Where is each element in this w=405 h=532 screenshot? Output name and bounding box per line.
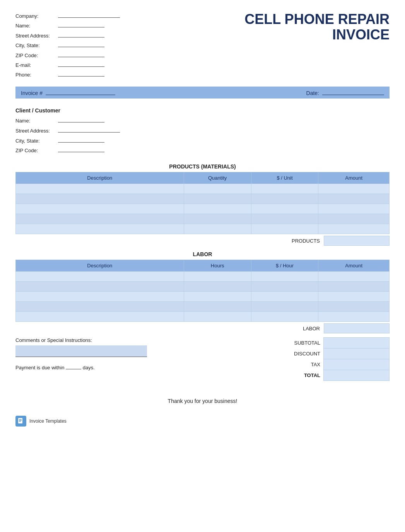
labor-rate-5[interactable] — [251, 312, 318, 322]
labor-hrs-5[interactable] — [184, 312, 251, 322]
labor-col-amount: Amount — [318, 260, 390, 272]
prod-amt-3[interactable] — [318, 204, 390, 214]
client-street-input[interactable] — [58, 126, 120, 133]
products-total-row: PRODUCTS — [15, 236, 390, 246]
table-row — [16, 214, 390, 224]
table-row — [16, 292, 390, 302]
client-section: Client / Customer Name: Street Address: … — [15, 105, 390, 156]
brand-icon — [15, 416, 26, 427]
footer: Invoice Templates — [15, 416, 390, 427]
prod-amt-1[interactable] — [318, 184, 390, 194]
client-city-input[interactable] — [58, 136, 104, 143]
prod-unit-5[interactable] — [251, 224, 318, 234]
table-row — [16, 194, 390, 204]
zip-input[interactable] — [58, 51, 104, 57]
svg-rect-3 — [19, 421, 21, 422]
prod-desc-5[interactable] — [16, 224, 184, 234]
date-input[interactable] — [322, 89, 384, 95]
labor-hrs-3[interactable] — [184, 292, 251, 302]
total-label: TOTAL — [292, 370, 323, 381]
prod-desc-2[interactable] — [16, 194, 184, 204]
city-label: City, State: — [15, 41, 58, 50]
company-info-block: Company: Name: Street Address: City, Sta… — [15, 12, 244, 80]
labor-total-label: LABOR — [289, 326, 324, 331]
payment-days-input[interactable] — [66, 364, 81, 369]
company-input[interactable] — [58, 12, 120, 18]
labor-desc-3[interactable] — [16, 292, 184, 302]
company-label: Company: — [15, 12, 58, 20]
name-input[interactable] — [58, 21, 104, 27]
invoice-title: CELL PHONE REPAIR INVOICE — [244, 12, 390, 42]
labor-amt-2[interactable] — [318, 282, 390, 292]
labor-rate-2[interactable] — [251, 282, 318, 292]
subtotal-value[interactable] — [324, 338, 390, 348]
comments-label: Comments or Special Instructions: — [15, 337, 280, 343]
labor-amt-1[interactable] — [318, 272, 390, 282]
prod-desc-1[interactable] — [16, 184, 184, 194]
totals-table: SUBTOTAL DISCOUNT TAX TOTAL — [292, 337, 390, 381]
labor-desc-4[interactable] — [16, 302, 184, 312]
discount-row: DISCOUNT — [292, 348, 389, 359]
prod-qty-5[interactable] — [184, 224, 251, 234]
invoice-num-input[interactable] — [46, 89, 115, 95]
prod-unit-1[interactable] — [251, 184, 318, 194]
table-row — [16, 302, 390, 312]
labor-amt-4[interactable] — [318, 302, 390, 312]
zip-label: ZIP Code: — [15, 51, 58, 60]
phone-input[interactable] — [58, 70, 104, 76]
comments-input[interactable] — [15, 345, 147, 357]
prod-desc-3[interactable] — [16, 204, 184, 214]
labor-heading: LABOR — [15, 251, 390, 257]
prod-amt-4[interactable] — [318, 214, 390, 224]
labor-hrs-2[interactable] — [184, 282, 251, 292]
city-input[interactable] — [58, 41, 104, 47]
labor-total-value[interactable] — [324, 323, 390, 333]
prod-qty-3[interactable] — [184, 204, 251, 214]
payment-suffix: days. — [83, 365, 95, 371]
labor-amt-3[interactable] — [318, 292, 390, 302]
products-total-label: PRODUCTS — [289, 238, 324, 244]
prod-amt-2[interactable] — [318, 194, 390, 204]
labor-rate-4[interactable] — [251, 302, 318, 312]
tax-value[interactable] — [324, 359, 390, 370]
labor-desc-5[interactable] — [16, 312, 184, 322]
prod-qty-2[interactable] — [184, 194, 251, 204]
client-city-label: City, State: — [15, 136, 58, 146]
total-row: TOTAL — [292, 370, 389, 381]
discount-value[interactable] — [324, 348, 390, 359]
labor-hrs-1[interactable] — [184, 272, 251, 282]
tax-label: TAX — [292, 359, 323, 370]
client-name-input[interactable] — [58, 116, 104, 122]
table-row — [16, 224, 390, 234]
products-total-value[interactable] — [324, 236, 390, 246]
subtotal-row: SUBTOTAL — [292, 338, 389, 348]
labor-table: Description Hours $ / Hour Amount — [15, 260, 390, 322]
products-col-description: Description — [16, 172, 184, 184]
labor-hrs-4[interactable] — [184, 302, 251, 312]
labor-rate-3[interactable] — [251, 292, 318, 302]
street-input[interactable] — [58, 31, 104, 37]
labor-col-hours: Hours — [184, 260, 251, 272]
prod-desc-4[interactable] — [16, 214, 184, 224]
tax-row: TAX — [292, 359, 389, 370]
client-zip-input[interactable] — [58, 146, 104, 152]
labor-total-row: LABOR — [15, 323, 390, 333]
products-col-quantity: Quantity — [184, 172, 251, 184]
prod-unit-4[interactable] — [251, 214, 318, 224]
prod-amt-5[interactable] — [318, 224, 390, 234]
labor-desc-1[interactable] — [16, 272, 184, 282]
client-street-label: Street Address: — [15, 126, 58, 136]
prod-qty-1[interactable] — [184, 184, 251, 194]
totals-section: SUBTOTAL DISCOUNT TAX TOTAL — [292, 337, 390, 382]
prod-qty-4[interactable] — [184, 214, 251, 224]
total-value[interactable] — [324, 370, 390, 381]
payment-prefix: Payment is due within — [15, 365, 64, 371]
labor-amt-5[interactable] — [318, 312, 390, 322]
email-input[interactable] — [58, 61, 104, 67]
prod-unit-2[interactable] — [251, 194, 318, 204]
labor-rate-1[interactable] — [251, 272, 318, 282]
labor-col-hourly: $ / Hour — [251, 260, 318, 272]
prod-unit-3[interactable] — [251, 204, 318, 214]
labor-desc-2[interactable] — [16, 282, 184, 292]
client-name-label: Name: — [15, 116, 58, 126]
